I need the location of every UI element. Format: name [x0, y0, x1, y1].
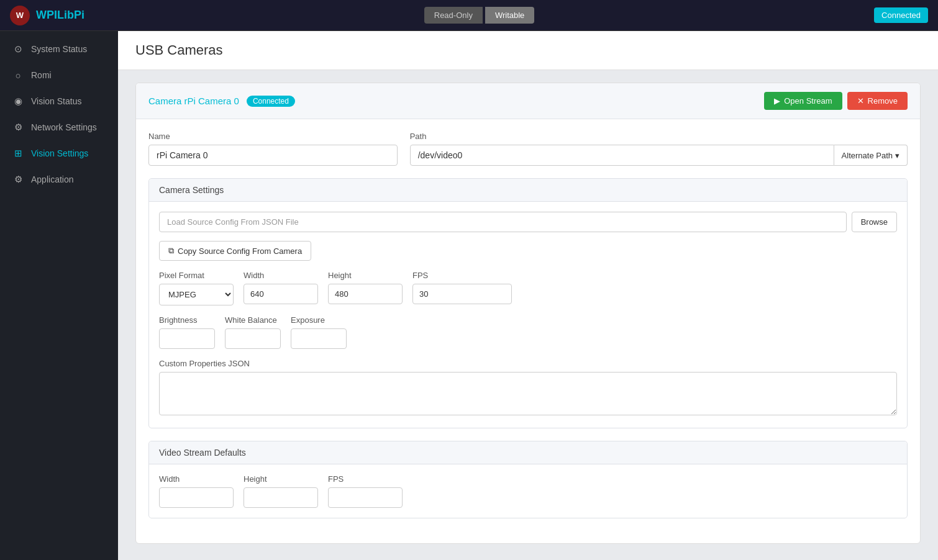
brightness-label: Brightness: [159, 315, 215, 325]
logo-area: W WPILibPi: [10, 6, 84, 25]
camera-header-left: Camera rPi Camera 0 Connected: [148, 96, 295, 107]
white-balance-input[interactable]: [225, 328, 281, 349]
stream-height-group: Height: [244, 474, 318, 508]
brightness-group: Brightness: [159, 315, 215, 349]
camera-card-header: Camera rPi Camera 0 Connected ▶ Open Str…: [136, 83, 920, 119]
exposure-label: Exposure: [291, 315, 347, 325]
pixel-format-label: Pixel Format: [159, 271, 234, 280]
camera-header-right: ▶ Open Stream ✕ Remove: [764, 92, 908, 110]
sidebar-item-system-status[interactable]: ⊙ System Status: [0, 36, 118, 62]
network-settings-icon: ⚙: [12, 122, 24, 133]
camera-link[interactable]: Camera rPi Camera 0: [148, 96, 239, 106]
remove-icon: ✕: [857, 96, 864, 106]
load-config-placeholder: Load Source Config From JSON File: [159, 212, 847, 232]
stream-width-label: Width: [159, 474, 234, 484]
camera-card: Camera rPi Camera 0 Connected ▶ Open Str…: [135, 83, 921, 544]
load-config-row: Load Source Config From JSON File Browse: [159, 212, 897, 232]
path-group: Path Alternate Path ▾: [410, 132, 908, 166]
stream-fps-group: FPS: [328, 474, 403, 508]
application-icon: ⚙: [12, 174, 24, 185]
height-label: Height: [328, 271, 403, 280]
topbar: W WPILibPi Read-Only Writable Connected: [0, 0, 938, 31]
browse-button[interactable]: Browse: [852, 212, 897, 232]
chevron-down-icon: ▾: [895, 151, 899, 160]
width-group: Width: [244, 271, 318, 305]
name-path-row: Name Path Alternate Path ▾: [148, 132, 908, 166]
connection-status-badge: Connected: [874, 7, 928, 23]
brightness-input[interactable]: [159, 328, 215, 349]
sidebar-item-label: System Status: [31, 44, 87, 54]
custom-props-label: Custom Properties JSON: [159, 359, 897, 368]
system-status-icon: ⊙: [12, 43, 24, 55]
video-stream-defaults-header: Video Stream Defaults: [149, 441, 907, 464]
remove-button[interactable]: ✕ Remove: [847, 92, 908, 110]
layout: ⊙ System Status ○ Romi ◉ Vision Status ⚙…: [0, 31, 938, 560]
custom-props-group: Custom Properties JSON: [159, 359, 897, 418]
height-group: Height: [328, 271, 403, 305]
sidebar-item-label: Vision Status: [31, 96, 81, 106]
path-input-wrap: Alternate Path ▾: [410, 145, 908, 166]
sidebar-item-label: Vision Settings: [31, 148, 88, 158]
logo-text: WPILibPi: [36, 9, 84, 22]
stream-fps-label: FPS: [328, 474, 403, 484]
writable-button[interactable]: Writable: [485, 7, 534, 24]
alternate-path-button[interactable]: Alternate Path ▾: [834, 145, 908, 166]
exposure-group: Exposure: [291, 315, 347, 349]
stream-width-group: Width: [159, 474, 234, 508]
vision-status-icon: ◉: [12, 96, 24, 107]
sidebar-item-romi[interactable]: ○ Romi: [0, 62, 118, 88]
width-label: Width: [244, 271, 318, 280]
pixel-settings-grid: Pixel Format MJPEG YUYV RGB3 GREY: [159, 271, 897, 305]
sidebar-item-label: Romi: [31, 70, 52, 80]
pixel-format-group: Pixel Format MJPEG YUYV RGB3 GREY: [159, 271, 234, 305]
copy-icon: ⧉: [168, 246, 174, 256]
logo-icon: W: [10, 6, 30, 25]
exposure-settings-row: Brightness White Balance Exposure: [159, 315, 897, 349]
romi-icon: ○: [12, 70, 24, 81]
white-balance-group: White Balance: [225, 315, 281, 349]
readonly-button[interactable]: Read-Only: [424, 7, 483, 24]
camera-card-body: Name Path Alternate Path ▾: [136, 119, 920, 543]
stream-height-label: Height: [244, 474, 318, 484]
sidebar-item-application[interactable]: ⚙ Application: [0, 166, 118, 192]
mode-toggle: Read-Only Writable: [424, 7, 535, 24]
custom-props-textarea[interactable]: [159, 372, 897, 415]
sidebar-item-vision-settings[interactable]: ⊞ Vision Settings: [0, 140, 118, 166]
stream-fps-input[interactable]: [328, 487, 403, 508]
name-group: Name: [148, 132, 398, 166]
stream-grid: Width Height FPS: [159, 474, 897, 508]
copy-config-button[interactable]: ⧉ Copy Source Config From Camera: [159, 241, 311, 261]
stream-height-input[interactable]: [244, 487, 318, 508]
sidebar-item-label: Network Settings: [31, 122, 97, 132]
path-input[interactable]: [410, 145, 834, 166]
main-content: USB Cameras Camera rPi Camera 0 Connecte…: [118, 31, 938, 560]
fps-input[interactable]: [412, 284, 512, 304]
path-label: Path: [410, 132, 908, 141]
fps-group: FPS: [412, 271, 512, 305]
camera-settings-body: Load Source Config From JSON File Browse…: [149, 202, 907, 428]
white-balance-label: White Balance: [225, 315, 281, 325]
sidebar-item-label: Application: [31, 174, 74, 184]
sidebar-item-network-settings[interactable]: ⚙ Network Settings: [0, 114, 118, 140]
page-title: USB Cameras: [135, 42, 921, 58]
content-area: Camera rPi Camera 0 Connected ▶ Open Str…: [118, 70, 938, 556]
fps-label: FPS: [412, 271, 512, 280]
camera-status-badge: Connected: [247, 96, 295, 107]
sidebar-item-vision-status[interactable]: ◉ Vision Status: [0, 88, 118, 114]
camera-settings-card: Camera Settings Load Source Config From …: [148, 178, 908, 428]
open-stream-button[interactable]: ▶ Open Stream: [764, 92, 842, 110]
name-input[interactable]: [148, 145, 398, 166]
vision-settings-icon: ⊞: [12, 148, 24, 159]
video-stream-defaults-card: Video Stream Defaults Width Height: [148, 441, 908, 518]
stream-width-input[interactable]: [159, 487, 234, 508]
sidebar: ⊙ System Status ○ Romi ◉ Vision Status ⚙…: [0, 31, 118, 560]
name-label: Name: [148, 132, 398, 141]
play-icon: ▶: [774, 96, 780, 106]
height-input[interactable]: [328, 284, 403, 304]
pixel-format-select[interactable]: MJPEG YUYV RGB3 GREY: [159, 284, 234, 305]
page-header: USB Cameras: [118, 31, 938, 70]
camera-settings-header: Camera Settings: [149, 179, 907, 202]
width-input[interactable]: [244, 284, 318, 304]
stream-defaults-body: Width Height FPS: [149, 464, 907, 518]
exposure-input[interactable]: [291, 328, 347, 349]
